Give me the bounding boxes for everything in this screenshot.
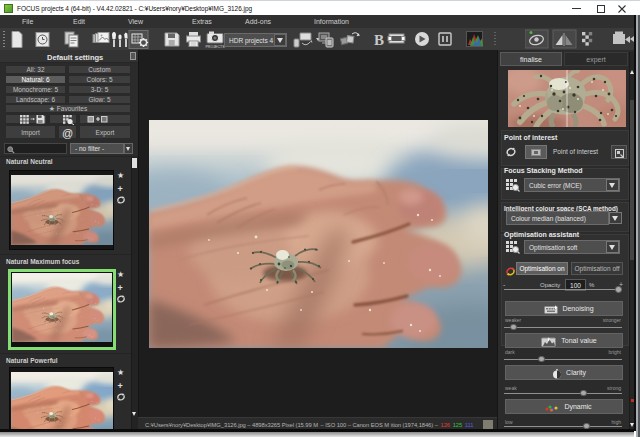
svg-text:PROJECTS: PROJECTS xyxy=(205,45,225,49)
svg-text:B: B xyxy=(374,32,384,48)
